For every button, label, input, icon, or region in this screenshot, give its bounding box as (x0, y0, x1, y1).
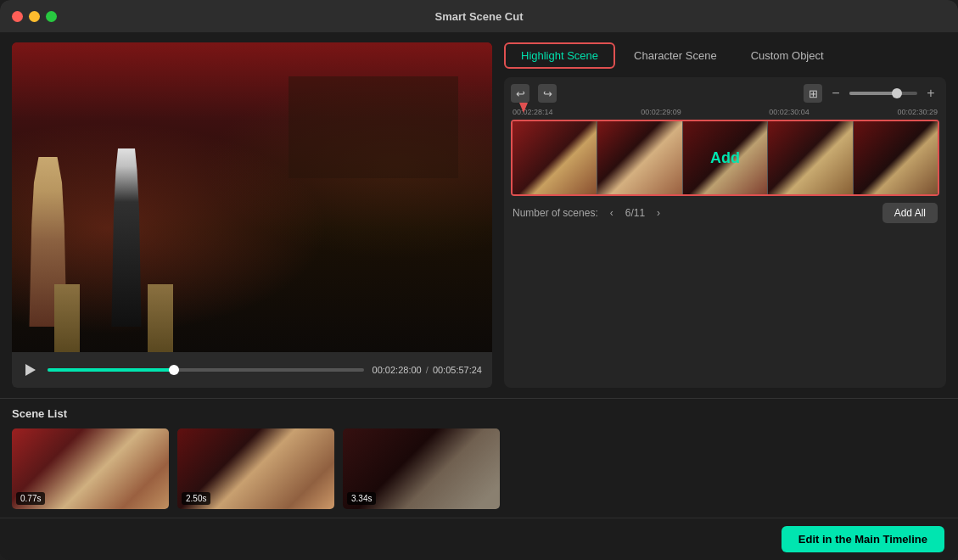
scene-duration-1: 0.77s (16, 492, 45, 505)
tab-custom-object[interactable]: Custom Object (736, 44, 839, 67)
maximize-button[interactable] (46, 11, 57, 22)
timeline-frames: Add (511, 120, 939, 196)
frame-1 (513, 121, 597, 194)
next-scene-button[interactable]: › (652, 206, 665, 220)
close-button[interactable] (12, 11, 23, 22)
playhead (519, 103, 528, 113)
timeline-strip: 00:02:28:14 00:02:29:09 00:02:30:04 00:0… (511, 108, 939, 196)
redo-icon[interactable]: ↪ (538, 84, 557, 103)
add-all-button[interactable]: Add All (882, 203, 938, 223)
zoom-slider[interactable] (849, 92, 917, 95)
scene-list-title: Scene List (12, 407, 946, 420)
add-label: Add (710, 149, 740, 167)
zoom-out-button[interactable]: − (827, 85, 844, 102)
tab-character-scene[interactable]: Character Scene (619, 44, 732, 67)
edit-main-timeline-button[interactable]: Edit in the Main Timeline (782, 526, 944, 552)
right-panel: Highlight Scene Character Scene Custom O… (504, 42, 946, 388)
stage-podiums (54, 284, 173, 352)
scene-thumb-1[interactable]: 0.77s (12, 428, 169, 509)
scene-thumb-3[interactable]: 3.34s (343, 428, 500, 509)
progress-bar[interactable] (48, 368, 364, 372)
scene-list-section: Scene List 0.77s 2.50s 3.34s (0, 398, 958, 518)
video-controls: 00:02:28:00 / 00:05:57:24 (12, 352, 492, 388)
tab-highlight-scene[interactable]: Highlight Scene (504, 42, 615, 69)
add-clip-icon[interactable]: ⊞ (804, 84, 822, 103)
timeline-ruler: 00:02:28:14 00:02:29:09 00:02:30:04 00:0… (511, 108, 939, 116)
frame-4 (768, 121, 853, 194)
browser-toolbar: ↩ ↪ ⊞ − + (511, 84, 939, 103)
play-icon (25, 364, 36, 376)
zoom-in-button[interactable]: + (922, 85, 939, 102)
titlebar: Smart Scene Cut (0, 0, 958, 32)
progress-fill (48, 368, 174, 372)
scene-count-row: Number of scenes: ‹ 6/11 › Add All (511, 201, 939, 225)
undo-icon[interactable]: ↩ (511, 84, 529, 103)
play-button[interactable] (22, 361, 39, 378)
scene-duration-3: 3.34s (347, 492, 376, 505)
video-frame (12, 42, 492, 352)
traffic-lights (12, 11, 57, 22)
current-time: 00:02:28:00 / 00:05:57:24 (373, 365, 482, 375)
minimize-button[interactable] (29, 11, 40, 22)
scene-count-value: 6/11 (625, 207, 645, 219)
scene-count-label: Number of scenes: (513, 207, 598, 219)
band-area (289, 76, 458, 178)
video-area (12, 42, 492, 352)
frame-5 (854, 121, 938, 194)
bottom-bar: Edit in the Main Timeline (0, 518, 958, 560)
progress-thumb[interactable] (169, 365, 179, 375)
toolbar-left: ↩ ↪ (511, 84, 557, 103)
zoom-slider-fill (849, 92, 897, 95)
zoom-slider-thumb[interactable] (892, 88, 902, 98)
prev-scene-button[interactable]: ‹ (605, 206, 619, 220)
scene-browser: ↩ ↪ ⊞ − + (504, 77, 946, 388)
tabs-container: Highlight Scene Character Scene Custom O… (504, 42, 946, 69)
frame-2 (597, 121, 682, 194)
scene-thumbnails: 0.77s 2.50s 3.34s (12, 428, 946, 509)
video-panel: 00:02:28:00 / 00:05:57:24 (12, 42, 492, 388)
top-section: 00:02:28:00 / 00:05:57:24 Highlight Scen… (0, 32, 958, 398)
playhead-marker (519, 103, 528, 113)
scene-thumb-2[interactable]: 2.50s (177, 428, 334, 509)
window-title: Smart Scene Cut (434, 10, 523, 23)
scene-duration-2: 2.50s (182, 492, 210, 505)
toolbar-right: ⊞ − + (804, 84, 939, 103)
frame-3[interactable]: Add (683, 121, 768, 194)
main-content: 00:02:28:00 / 00:05:57:24 Highlight Scen… (0, 32, 958, 560)
